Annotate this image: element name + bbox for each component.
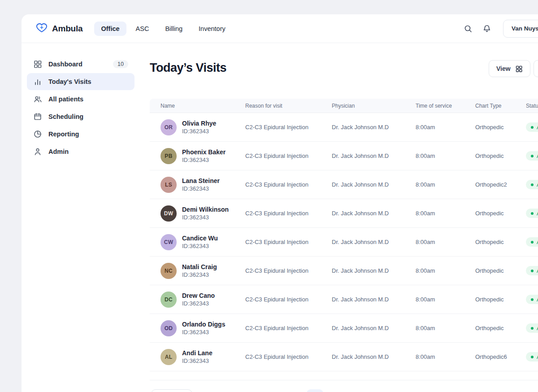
time-cell: 8:00am (416, 210, 475, 217)
patient-name-cell: LS Lana Steiner ID:362343 (150, 177, 245, 193)
patient-name: Natali Craig (182, 263, 217, 271)
sidebar-item-label: Scheduling (48, 113, 83, 120)
pagination (150, 389, 538, 392)
card-body: Dashboard 10 Today's Visits A (22, 43, 538, 392)
status-dot-icon (531, 298, 534, 301)
physician-cell: Dr. Jack Johnson M.D (332, 124, 416, 131)
users-icon (33, 95, 42, 104)
status-badge: Active (526, 180, 538, 189)
sidebar: Dashboard 10 Today's Visits A (22, 43, 140, 392)
status-cell: Active (526, 180, 538, 189)
avatar: NC (161, 263, 177, 279)
status-badge: Active (526, 323, 538, 333)
status-dot-icon (531, 155, 534, 157)
sidebar-item-dashboard[interactable]: Dashboard 10 (27, 56, 134, 73)
table-row[interactable]: DW Demi Wilkinson ID:362343 C2-C3 Epidur… (150, 199, 538, 228)
ambula-logo-icon (36, 22, 48, 35)
avatar: OD (161, 320, 177, 336)
avatar: AL (161, 349, 177, 365)
grid-view-icon (515, 65, 523, 73)
patient-id: ID:362343 (182, 185, 220, 192)
chart-type-cell: Orthopedic6 (475, 353, 526, 360)
pagination-previous-button[interactable] (151, 389, 192, 392)
status-badge: Active (526, 295, 538, 304)
patient-name-cell: OD Orlando Diggs ID:362343 (150, 320, 245, 336)
table-row[interactable]: DC Drew Cano ID:362343 C2-C3 Epidural In… (150, 285, 538, 314)
patient-id: ID:362343 (182, 127, 216, 135)
patient-id: ID:362343 (182, 156, 226, 164)
patient-id: ID:362343 (182, 328, 225, 336)
status-dot-icon (531, 356, 534, 358)
location-selector-button[interactable]: Van Nuys (503, 20, 538, 38)
time-cell: 8:00am (416, 296, 475, 303)
patient-name-cell: DW Demi Wilkinson ID:362343 (150, 205, 245, 222)
reason-cell: C2-C3 Epidural Injection (245, 210, 332, 217)
avatar: CW (161, 234, 177, 250)
chart-type-cell: Orthopedic2 (475, 181, 526, 188)
table-row[interactable]: LS Lana Steiner ID:362343 C2-C3 Epidural… (150, 170, 538, 199)
sidebar-item-admin[interactable]: Admin (27, 143, 134, 160)
avatar: DC (161, 292, 177, 308)
patient-name: Lana Steiner (182, 177, 220, 185)
app-card: Ambula Office ASC Billing Inventory Van … (22, 14, 538, 392)
view-toggle-button[interactable]: View (489, 60, 530, 77)
table-row[interactable]: OD Orlando Diggs ID:362343 C2-C3 Epidura… (150, 314, 538, 343)
table-row[interactable]: AL Andi Lane ID:362343 C2-C3 Epidural In… (150, 343, 538, 371)
patient-id: ID:362343 (182, 271, 217, 279)
status-dot-icon (531, 212, 534, 215)
brand-name: Ambula (52, 24, 82, 34)
physician-cell: Dr. Jack Johnson M.D (332, 210, 416, 217)
chart-type-cell: Orthopedic (475, 124, 526, 131)
status-cell: Active (526, 122, 538, 132)
notifications-bell-icon[interactable] (482, 23, 492, 34)
visits-table: Name Reason for visit Physician Time of … (150, 99, 538, 371)
table-row[interactable]: NC Natali Craig ID:362343 C2-C3 Epidural… (150, 257, 538, 285)
table-row[interactable]: CW Candice Wu ID:362343 C2-C3 Epidural I… (150, 228, 538, 257)
column-header-physician: Physician (332, 103, 416, 109)
chart-type-cell: Orthopedic (475, 210, 526, 217)
chart-type-cell: Orthopedic (475, 267, 526, 274)
chart-type-cell: Orthopedic (475, 239, 526, 245)
column-header-name: Name (150, 103, 245, 109)
nav-tab-billing[interactable]: Billing (158, 22, 189, 36)
physician-cell: Dr. Jack Johnson M.D (332, 267, 416, 274)
sidebar-item-label: Dashboard (48, 61, 82, 68)
patient-name-cell: PB Phoenix Baker ID:362343 (150, 148, 245, 164)
sidebar-item-todays-visits[interactable]: Today's Visits (27, 73, 134, 90)
primary-nav: Office ASC Billing Inventory (94, 22, 232, 36)
sidebar-item-scheduling[interactable]: Scheduling (27, 108, 134, 125)
time-cell: 8:00am (416, 239, 475, 245)
nav-tab-office[interactable]: Office (94, 22, 126, 36)
time-cell: 8:00am (416, 152, 475, 159)
sidebar-item-reporting[interactable]: Reporting (27, 126, 134, 143)
physician-cell: Dr. Jack Johnson M.D (332, 239, 416, 245)
time-cell: 8:00am (416, 325, 475, 331)
table-body: OR Olivia Rhye ID:362343 C2-C3 Epidural … (150, 113, 538, 371)
sidebar-item-all-patients[interactable]: All patients (27, 91, 134, 108)
column-header-status: Status (526, 103, 538, 109)
table-row[interactable]: OR Olivia Rhye ID:362343 C2-C3 Epidural … (150, 113, 538, 142)
brand: Ambula (36, 22, 82, 35)
secondary-action-button[interactable] (534, 60, 538, 77)
bar-chart-icon (33, 77, 42, 86)
status-cell: Active (526, 209, 538, 218)
nav-tab-asc[interactable]: ASC (129, 22, 156, 36)
sidebar-item-label: Reporting (48, 131, 79, 138)
pagination-page-button[interactable] (307, 389, 323, 392)
nav-tab-inventory[interactable]: Inventory (192, 22, 232, 36)
search-icon[interactable] (463, 23, 473, 34)
patient-name: Andi Lane (182, 349, 213, 357)
reason-cell: C2-C3 Epidural Injection (245, 353, 332, 360)
column-header-reason: Reason for visit (245, 103, 332, 109)
table-row[interactable]: PB Phoenix Baker ID:362343 C2-C3 Epidura… (150, 142, 538, 170)
status-dot-icon (531, 241, 534, 244)
top-navbar: Ambula Office ASC Billing Inventory Van … (22, 14, 538, 43)
time-cell: 8:00am (416, 181, 475, 188)
physician-cell: Dr. Jack Johnson M.D (332, 296, 416, 303)
avatar: PB (161, 148, 177, 164)
patient-name: Candice Wu (182, 234, 218, 242)
patient-id: ID:362343 (182, 242, 218, 250)
status-dot-icon (531, 183, 534, 186)
avatar: DW (161, 205, 177, 222)
topbar-actions: Van Nuys (463, 20, 538, 38)
